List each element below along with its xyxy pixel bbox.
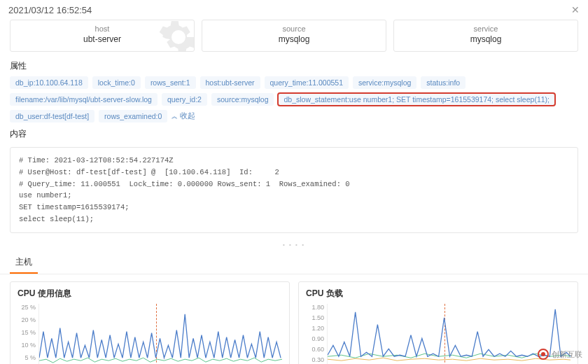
axis-tick: 20 % [18, 316, 36, 323]
tab-row: 主机 [0, 252, 588, 274]
attribute-tag[interactable]: rows_examined:0 [99, 110, 167, 122]
chart-cpu-usage: CPU 使用信息 25 %20 %15 %10 %5 %0 % 16:3016:… [10, 281, 290, 364]
attribute-tag[interactable]: db_ip:10.100.64.118 [10, 76, 88, 89]
chart-title: CPU 负载 [306, 288, 570, 300]
tab-host[interactable]: 主机 [10, 252, 38, 274]
chevron-up-icon: ︽ [172, 112, 178, 121]
attribute-tag[interactable]: query_id:2 [162, 93, 207, 106]
axis-tick: 0.30 [306, 356, 324, 363]
attribute-tag[interactable]: query_time:11.000551 [265, 76, 349, 89]
collapse-toggle[interactable]: ︽ 收起 [172, 111, 195, 121]
axis-tick: 25 % [18, 304, 36, 311]
resize-handle[interactable]: • • • • [0, 240, 588, 252]
chart-cpu-load: CPU 负载 1.801.501.200.900.600.300 16:3016… [298, 281, 578, 364]
axis-tick: 15 % [18, 329, 36, 336]
watermark-text: 创新互联 [552, 349, 582, 360]
card-source[interactable]: source mysqlog [202, 20, 386, 52]
attribute-tag[interactable]: filename:/var/lib/mysql/ubt-server-slow.… [10, 93, 158, 106]
summary-cards: host ubt-server source mysqlog service m… [0, 20, 588, 57]
card-value: mysqlog [394, 34, 578, 44]
axis-tick: 10 % [18, 342, 36, 349]
watermark: 创新互联 [538, 349, 582, 360]
axis-tick: 5 % [18, 354, 36, 361]
axis-tick: 0.90 [306, 335, 324, 342]
card-service[interactable]: service mysqlog [393, 20, 578, 52]
attribute-tag[interactable]: source:mysqlog [211, 93, 274, 106]
card-host[interactable]: host ubt-server [10, 20, 195, 52]
attribute-tag[interactable]: service:mysqlog [353, 76, 416, 89]
chart-svg [39, 304, 282, 364]
chart-area: 1.801.501.200.900.600.300 [306, 304, 570, 364]
log-header: 2021/03/12 16:52:54 ✕ [0, 0, 588, 20]
plot-area[interactable] [38, 304, 282, 364]
content-title: 内容 [0, 125, 588, 144]
card-label: source [202, 24, 386, 33]
attribute-tag[interactable]: host:ubt-server [200, 76, 260, 89]
content-box: # Time: 2021-03-12T08:52:54.227174Z # Us… [10, 147, 578, 233]
close-icon[interactable]: ✕ [571, 4, 580, 15]
axis-tick: 1.80 [306, 304, 324, 311]
y-axis: 25 %20 %15 %10 %5 %0 % [18, 304, 38, 364]
chart-svg [328, 304, 570, 364]
y-axis: 1.801.501.200.900.600.300 [306, 304, 327, 364]
axis-tick: 0.60 [306, 346, 324, 353]
plot-area[interactable] [327, 304, 570, 364]
axis-tick: 1.50 [306, 314, 324, 321]
attribute-tag[interactable]: lock_time:0 [92, 76, 141, 89]
chart-area: 25 %20 %15 %10 %5 %0 % [18, 304, 282, 364]
watermark-logo-icon [538, 349, 549, 360]
attributes-title: 属性 [0, 57, 588, 76]
attribute-tag[interactable]: db_slow_statement:use number1; SET times… [278, 93, 555, 106]
attribute-tag[interactable]: db_user:df-test[df-test] [10, 110, 94, 122]
chart-title: CPU 使用信息 [18, 288, 282, 300]
axis-tick: 1.20 [306, 325, 324, 332]
attribute-tag[interactable]: rows_sent:1 [145, 76, 196, 89]
gear-icon [158, 20, 195, 52]
card-label: service [394, 24, 578, 33]
timestamp: 2021/03/12 16:52:54 [8, 5, 92, 15]
attribute-tags: db_ip:10.100.64.118lock_time:0rows_sent:… [0, 76, 588, 125]
card-value: mysqlog [202, 34, 386, 44]
attribute-tag[interactable]: status:info [421, 76, 465, 89]
charts-row: CPU 使用信息 25 %20 %15 %10 %5 %0 % 16:3016:… [0, 274, 588, 364]
